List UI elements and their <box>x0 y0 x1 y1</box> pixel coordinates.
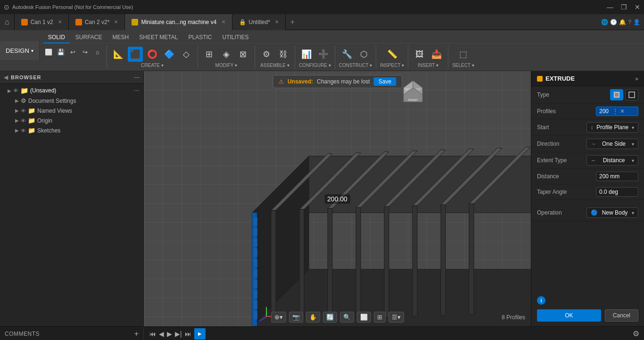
insert-label[interactable]: INSERT ▾ <box>418 63 438 68</box>
construct-label[interactable]: CONSTRUCT ▾ <box>339 63 372 68</box>
root-options-icon[interactable]: ⋯ <box>134 87 140 94</box>
timeline-start-btn[interactable]: ⏮ <box>149 330 156 338</box>
create-btn-4[interactable]: 🔷 <box>162 47 177 62</box>
viewport-tool-orbit[interactable]: 🔄 <box>323 312 337 323</box>
timeline-prev-btn[interactable]: ◀ <box>159 330 164 338</box>
minimize-button[interactable]: — <box>607 3 613 11</box>
tab-untitled[interactable]: 🔒 Untitled* ✕ <box>232 14 286 30</box>
tab-can2v2[interactable]: Can 2 v2* ✕ <box>69 14 125 30</box>
bell-icon[interactable]: 🔔 <box>619 19 626 25</box>
tab-utilities[interactable]: UTILITIES <box>217 32 253 43</box>
profiles-value-field[interactable]: 200 ⋮ ✕ <box>596 107 638 116</box>
ok-button[interactable]: OK <box>537 309 601 322</box>
modify-btn-2[interactable]: ◈ <box>219 47 234 62</box>
assemble-btn-1[interactable]: ⚙ <box>259 47 274 62</box>
operation-select[interactable]: 🔵 New Body ▾ <box>586 207 638 218</box>
tab-close-can1[interactable]: ✕ <box>58 19 62 25</box>
viewport-tool-pan[interactable]: ✋ <box>306 312 320 323</box>
save-btn[interactable]: 💾 <box>56 47 66 57</box>
browser-item-origin[interactable]: ▶ 👁 📁 Origin <box>0 116 143 125</box>
extrude-expand-icon[interactable]: » <box>635 75 638 82</box>
redo-btn[interactable]: ↪ <box>80 47 91 57</box>
inspect-label[interactable]: INSPECT ▾ <box>380 63 404 68</box>
assemble-label[interactable]: ASSEMBLE ▾ <box>260 63 289 68</box>
root-eye-icon[interactable]: 👁 <box>13 88 18 93</box>
timeline-end-btn[interactable]: ⏭ <box>185 330 191 338</box>
add-comment-button[interactable]: + <box>134 330 139 338</box>
tab-can1v2[interactable]: Can 1 v2 ✕ <box>15 14 69 30</box>
configure-label[interactable]: CONFIGURE ▾ <box>299 63 331 68</box>
tab-mesh[interactable]: MESH <box>108 32 134 43</box>
direction-select[interactable]: → One Side ▾ <box>586 139 638 149</box>
insert-btn-1[interactable]: 🖼 <box>412 47 427 62</box>
save-button[interactable]: Save <box>374 77 396 86</box>
browser-item-named-views[interactable]: ▶ 👁 📁 Named Views <box>0 106 143 116</box>
create-btn-5[interactable]: ◇ <box>179 47 194 62</box>
inspect-btn-1[interactable]: 📏 <box>385 47 400 62</box>
new-tab-button[interactable]: + <box>286 18 299 26</box>
assemble-btn-2[interactable]: ⛓ <box>276 47 291 62</box>
tab-close-can2[interactable]: ✕ <box>114 19 118 25</box>
start-select[interactable]: ↕ Profile Plane ▾ <box>586 122 638 133</box>
new-design-btn[interactable]: ⬜ <box>43 47 54 57</box>
configure-btn-1[interactable]: 📊 <box>299 47 314 62</box>
extent-type-select[interactable]: ↔ Distance ▾ <box>586 155 638 166</box>
type-solid-btn[interactable] <box>610 89 623 100</box>
user-icon[interactable]: 👤 <box>633 19 640 25</box>
profiles-menu-icon[interactable]: ⋮ <box>612 108 618 115</box>
insert-btn-2[interactable]: 📥 <box>429 47 444 62</box>
home-tab[interactable]: ⌂ <box>0 14 15 30</box>
viewport-tool-display[interactable]: ☰▾ <box>388 312 404 323</box>
timeline-play-btn[interactable]: ▶ <box>167 330 172 338</box>
browser-root[interactable]: ▶ 👁 📁 (Unsaved) ⋯ <box>0 84 143 96</box>
taper-angle-value-field[interactable]: 0.0 deg <box>596 187 638 197</box>
tab-surface[interactable]: SURFACE <box>71 32 107 43</box>
browser-back-icon[interactable]: ◀ <box>4 74 8 81</box>
viewport-tool-view[interactable]: ⬜ <box>357 312 371 323</box>
maximize-button[interactable]: ❐ <box>621 3 627 11</box>
named-views-eye-icon[interactable]: 👁 <box>21 108 26 114</box>
viewport[interactable]: ⚠ Unsaved: Changes may be lost Save <box>144 71 531 326</box>
viewport-tool-snap[interactable]: ⊕▾ <box>271 312 286 323</box>
construct-btn-1[interactable]: 🔧 <box>339 47 355 62</box>
modify-label[interactable]: MODIFY ▾ <box>215 63 237 68</box>
settings-gear-button[interactable]: ⚙ <box>628 329 644 338</box>
modify-btn-1[interactable]: ⊞ <box>202 47 217 62</box>
select-btn-1[interactable]: ⬚ <box>455 47 471 62</box>
tab-machine[interactable]: Miniature can...ng machine v4 ✕ <box>125 14 232 30</box>
viewport-tool-camera[interactable]: 📷 <box>289 312 303 323</box>
undo-btn[interactable]: ↩ <box>68 47 78 57</box>
tab-plastic[interactable]: PLASTIC <box>183 32 216 43</box>
sketches-eye-icon[interactable]: 👁 <box>21 128 26 133</box>
cancel-button[interactable]: Cancel <box>605 309 638 322</box>
select-label[interactable]: SELECT ▾ <box>452 63 474 68</box>
info-icon[interactable]: i <box>537 296 545 305</box>
nav-cube[interactable]: FRONT LEFT TOP <box>399 76 427 104</box>
distance-value-field[interactable]: 200 mm <box>596 172 638 181</box>
create-label[interactable]: CREATE ▾ <box>141 63 164 68</box>
construct-btn-2[interactable]: ⬡ <box>356 47 372 62</box>
close-button[interactable]: ✕ <box>635 3 640 11</box>
browser-item-sketches[interactable]: ▶ 👁 📁 Sketches <box>0 125 143 135</box>
tab-close-machine[interactable]: ✕ <box>222 19 225 25</box>
viewport-tool-grid[interactable]: ⊞ <box>374 312 386 323</box>
browser-item-doc-settings[interactable]: ▶ ⚙ Document Settings <box>0 96 143 106</box>
viewport-tool-zoom[interactable]: 🔍 <box>340 312 354 323</box>
timeline-thumbnail[interactable]: ▶ <box>194 328 206 340</box>
help-icon[interactable]: ? <box>628 19 631 25</box>
timeline-next-btn[interactable]: ▶| <box>175 330 182 338</box>
tab-sheet-metal[interactable]: SHEET METAL <box>134 32 182 43</box>
browser-minimize-icon[interactable]: — <box>134 74 140 81</box>
profiles-clear-icon[interactable]: ✕ <box>620 108 625 115</box>
type-surface-btn[interactable] <box>625 89 638 100</box>
create-btn-1[interactable]: 📐 <box>111 47 126 62</box>
globe-icon[interactable]: 🌐 <box>601 19 608 25</box>
tab-solid[interactable]: SOLID <box>43 32 70 43</box>
create-btn-2[interactable]: ⬛ <box>128 47 143 62</box>
design-button[interactable]: DESIGN ▾ <box>0 41 40 60</box>
home-btn[interactable]: ⌂ <box>92 47 103 57</box>
create-btn-3[interactable]: ⭕ <box>145 47 160 62</box>
clock-icon[interactable]: 🕐 <box>610 19 617 25</box>
tab-close-untitled[interactable]: ✕ <box>275 19 279 25</box>
origin-eye-icon[interactable]: 👁 <box>21 118 26 124</box>
